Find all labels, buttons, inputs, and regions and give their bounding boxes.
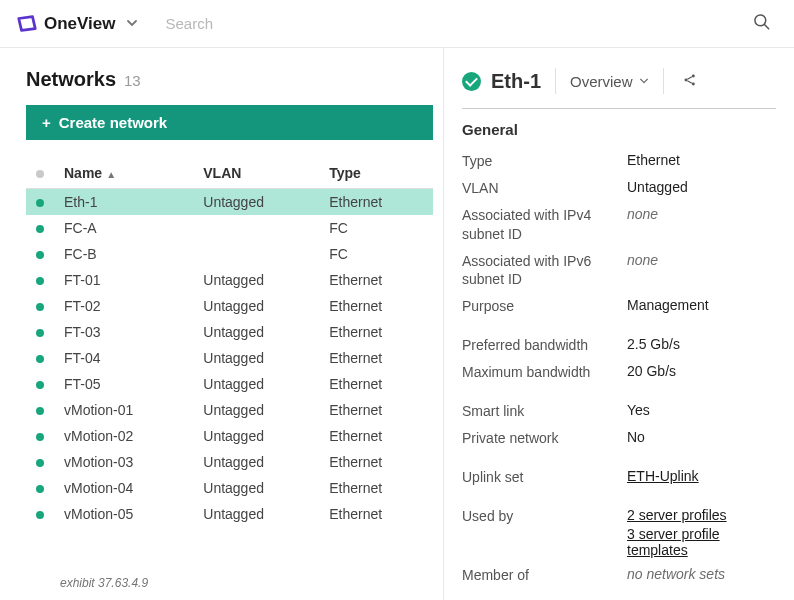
- status-cell: [26, 215, 54, 241]
- svg-line-6: [687, 80, 692, 83]
- exhibit-label: exhibit 37.63.4.9: [60, 576, 433, 590]
- prop-usedby-value: 2 server profiles 3 server profile templ…: [627, 507, 776, 558]
- prop-private-value: No: [627, 429, 776, 448]
- type-cell: Ethernet: [319, 293, 433, 319]
- actions-icon[interactable]: [678, 70, 702, 93]
- app-name: OneView: [44, 14, 116, 34]
- table-row[interactable]: FC-BFC: [26, 241, 433, 267]
- status-cell: [26, 293, 54, 319]
- col-vlan[interactable]: VLAN: [193, 158, 319, 189]
- name-cell: vMotion-02: [54, 423, 193, 449]
- table-row[interactable]: FT-02UntaggedEthernet: [26, 293, 433, 319]
- status-cell: [26, 371, 54, 397]
- type-cell: Ethernet: [319, 267, 433, 293]
- detail-panel: Eth-1 Overview General TypeEthernet VLAN…: [444, 48, 794, 600]
- vlan-cell: [193, 241, 319, 267]
- plus-icon: +: [42, 114, 51, 131]
- prop-memberof-label: Member of: [462, 566, 627, 585]
- search-icon[interactable]: [752, 12, 772, 35]
- vlan-cell: Untagged: [193, 397, 319, 423]
- type-cell: Ethernet: [319, 475, 433, 501]
- view-selector-label: Overview: [570, 73, 633, 90]
- create-network-button[interactable]: + Create network: [26, 105, 433, 140]
- status-cell: [26, 475, 54, 501]
- prop-purpose-value: Management: [627, 297, 776, 316]
- name-cell: vMotion-04: [54, 475, 193, 501]
- vlan-cell: [193, 215, 319, 241]
- search-input[interactable]: [166, 15, 753, 32]
- view-selector[interactable]: Overview: [570, 73, 649, 90]
- table-row[interactable]: vMotion-02UntaggedEthernet: [26, 423, 433, 449]
- section-general: General: [462, 108, 776, 138]
- prop-maxbw-value: 20 Gb/s: [627, 363, 776, 382]
- type-cell: FC: [319, 241, 433, 267]
- prop-ipv4-value: none: [627, 206, 776, 244]
- col-name[interactable]: Name▲: [54, 158, 193, 189]
- table-row[interactable]: FT-04UntaggedEthernet: [26, 345, 433, 371]
- status-ok-icon: [462, 72, 481, 91]
- table-row[interactable]: FC-AFC: [26, 215, 433, 241]
- vlan-cell: Untagged: [193, 345, 319, 371]
- name-cell: FC-A: [54, 215, 193, 241]
- prop-uplink-value: ETH-Uplink: [627, 468, 776, 487]
- table-row[interactable]: FT-01UntaggedEthernet: [26, 267, 433, 293]
- name-cell: FT-03: [54, 319, 193, 345]
- svg-point-2: [684, 78, 687, 81]
- status-ok-icon: [36, 355, 44, 363]
- table-row[interactable]: FT-05UntaggedEthernet: [26, 371, 433, 397]
- vlan-cell: Untagged: [193, 475, 319, 501]
- svg-point-4: [691, 82, 694, 85]
- table-row[interactable]: Eth-1UntaggedEthernet: [26, 189, 433, 216]
- status-cell: [26, 319, 54, 345]
- status-ok-icon: [36, 381, 44, 389]
- prop-private-label: Private network: [462, 429, 627, 448]
- status-ok-icon: [36, 459, 44, 467]
- status-cell: [26, 449, 54, 475]
- app-logo[interactable]: OneView: [16, 13, 116, 35]
- prop-purpose-label: Purpose: [462, 297, 627, 316]
- col-type[interactable]: Type: [319, 158, 433, 189]
- uplink-link[interactable]: ETH-Uplink: [627, 468, 699, 484]
- name-cell: FT-05: [54, 371, 193, 397]
- status-ok-icon: [36, 225, 44, 233]
- vlan-cell: Untagged: [193, 449, 319, 475]
- prop-ipv6-label: Associated with IPv6 subnet ID: [462, 252, 627, 290]
- status-ok-icon: [36, 199, 44, 207]
- name-cell: vMotion-01: [54, 397, 193, 423]
- used-by-templates-link[interactable]: 3 server profile templates: [627, 526, 776, 558]
- sort-asc-icon: ▲: [106, 169, 116, 180]
- networks-table: Name▲ VLAN Type Eth-1UntaggedEthernetFC-…: [26, 158, 433, 527]
- svg-line-1: [765, 25, 769, 29]
- table-row[interactable]: vMotion-03UntaggedEthernet: [26, 449, 433, 475]
- status-cell: [26, 501, 54, 527]
- table-row[interactable]: FT-03UntaggedEthernet: [26, 319, 433, 345]
- vlan-cell: Untagged: [193, 319, 319, 345]
- separator: [663, 68, 664, 94]
- prop-vlan-label: VLAN: [462, 179, 627, 198]
- status-cell: [26, 423, 54, 449]
- name-cell: FT-04: [54, 345, 193, 371]
- type-cell: Ethernet: [319, 501, 433, 527]
- col-status[interactable]: [26, 158, 54, 189]
- status-cell: [26, 397, 54, 423]
- status-ok-icon: [36, 485, 44, 493]
- status-cell: [26, 189, 54, 216]
- type-cell: FC: [319, 215, 433, 241]
- prop-maxbw-label: Maximum bandwidth: [462, 363, 627, 382]
- prop-type-label: Type: [462, 152, 627, 171]
- type-cell: Ethernet: [319, 371, 433, 397]
- svg-line-5: [687, 76, 692, 79]
- prop-ipv4-label: Associated with IPv4 subnet ID: [462, 206, 627, 244]
- table-row[interactable]: vMotion-01UntaggedEthernet: [26, 397, 433, 423]
- table-row[interactable]: vMotion-05UntaggedEthernet: [26, 501, 433, 527]
- page-title: Networks: [26, 68, 116, 91]
- status-ok-icon: [36, 329, 44, 337]
- type-cell: Ethernet: [319, 397, 433, 423]
- prop-smartlink-value: Yes: [627, 402, 776, 421]
- status-ok-icon: [36, 251, 44, 259]
- used-by-profiles-link[interactable]: 2 server profiles: [627, 507, 776, 523]
- prop-prefbw-label: Preferred bandwidth: [462, 336, 627, 355]
- table-row[interactable]: vMotion-04UntaggedEthernet: [26, 475, 433, 501]
- chevron-down-icon[interactable]: [126, 16, 138, 32]
- status-ok-icon: [36, 433, 44, 441]
